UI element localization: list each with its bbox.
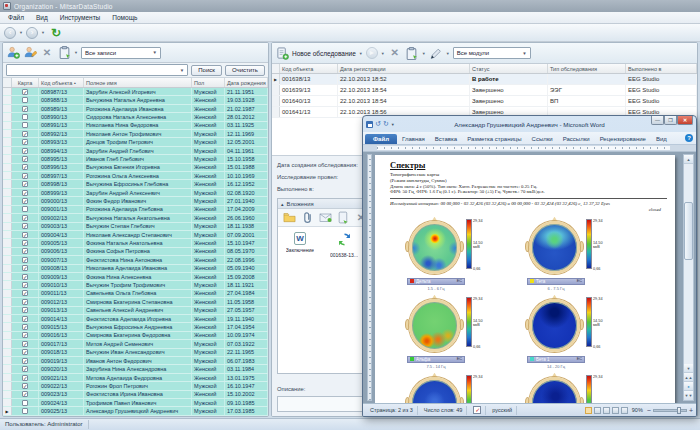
new-examination-button[interactable]: Новое обследование xyxy=(292,50,356,57)
patient-row[interactable]: 008991/13 Николаева Нина Федоровна Женск… xyxy=(3,122,268,130)
column-header-exam-code[interactable]: Код объекта xyxy=(280,64,338,73)
card-checkbox[interactable]: ✓ xyxy=(22,240,28,246)
patient-row[interactable]: ✓ 009014/13 Феоктистова Аделаида Игоревн… xyxy=(3,315,268,323)
patient-search-input[interactable]: ▼ xyxy=(6,64,188,76)
patient-row[interactable]: 009001/13 Рогожина Аделаида Глебовна Жен… xyxy=(3,206,268,214)
search-button[interactable]: Поиск xyxy=(191,65,222,76)
page-indicator[interactable]: Страница: 2 из 3 xyxy=(366,406,418,415)
card-checkbox[interactable] xyxy=(22,114,28,120)
exam-row[interactable]: 001639/13 22.10.2013 18:54 Завершено ЭЭГ… xyxy=(272,85,697,96)
patient-row[interactable]: ✓ 009018/13 Вычужин Иван Александрович М… xyxy=(3,349,268,357)
card-checkbox[interactable]: ✓ xyxy=(22,223,28,229)
card-checkbox[interactable]: ✓ xyxy=(22,274,28,280)
card-checkbox[interactable]: ✓ xyxy=(22,299,28,305)
card-checkbox[interactable]: ✓ xyxy=(22,131,28,137)
patient-card-dropdown-icon[interactable]: ▼ xyxy=(74,50,78,55)
card-checkbox[interactable]: ✓ xyxy=(22,383,28,389)
refresh-icon[interactable]: ↻ xyxy=(51,27,61,39)
patient-row[interactable]: ✓ 009016/13 Смирнова Екатерина Федоровна… xyxy=(3,332,268,340)
patient-row[interactable]: ▶ 009025/13 Александр Грушевицкий Андрее… xyxy=(3,407,268,415)
card-checkbox[interactable]: ✓ xyxy=(22,173,28,179)
patient-row[interactable]: ✓ 009002/13 Вычужина Наталья Анатольевна… xyxy=(3,214,268,222)
menu-view[interactable]: Вид xyxy=(30,14,54,21)
word-title-bar[interactable]: Александр Грушевицкий Андреевич - Micros… xyxy=(363,116,696,132)
card-checkbox[interactable]: ✓ xyxy=(22,349,28,355)
open-folder-icon[interactable] xyxy=(282,211,296,225)
card-checkbox[interactable]: ✓ xyxy=(22,190,28,196)
card-checkbox[interactable]: ✓ xyxy=(22,307,28,313)
tab-insert[interactable]: Вставка xyxy=(430,134,462,144)
patient-row[interactable]: 008990/13 Сидорова Наталья Алексеевна Же… xyxy=(3,113,268,121)
patient-row[interactable]: ✓ 009020/13 Зарубина Нина Александровна … xyxy=(3,365,268,373)
card-checkbox[interactable]: ✓ xyxy=(22,391,28,397)
scrollbar-thumb[interactable] xyxy=(684,202,693,260)
patient-row[interactable]: ✓ 009004/13 Николаев Александр Степанови… xyxy=(3,231,268,239)
menu-tools[interactable]: Инструменты xyxy=(54,14,107,21)
view-web-layout-icon[interactable] xyxy=(603,407,610,414)
scroll-up-icon[interactable]: ▲ xyxy=(684,155,693,164)
forward-button[interactable]: › xyxy=(26,27,38,39)
patient-row[interactable]: ✓ 009000/13 Фокин Федор Иванович Мужской… xyxy=(3,197,268,205)
card-checkbox[interactable]: ✓ xyxy=(22,282,28,288)
patient-row[interactable]: ✓ 009019/13 Иванов Антон Федорович Мужск… xyxy=(3,357,268,365)
help-icon[interactable]: ? xyxy=(685,134,693,142)
column-header-code[interactable]: Код объекта ▴ xyxy=(39,78,84,87)
card-checkbox[interactable]: ✓ xyxy=(22,332,28,338)
zoom-in-icon[interactable]: + xyxy=(689,407,693,414)
column-header-exam-type[interactable]: Тип обследования xyxy=(548,64,626,73)
card-checkbox[interactable]: ✓ xyxy=(22,248,28,254)
view-draft-icon[interactable] xyxy=(621,407,628,414)
exam-row[interactable]: ▶ 001638/13 22.10.2013 18:52 В работе EE… xyxy=(272,74,697,85)
column-header-name[interactable]: Полное имя xyxy=(84,78,192,87)
card-checkbox[interactable]: ✓ xyxy=(22,366,28,372)
report-dropdown-icon[interactable]: ▼ xyxy=(446,51,450,56)
card-checkbox[interactable]: ✓ xyxy=(22,358,28,364)
tab-mailings[interactable]: Рассылки xyxy=(558,134,595,144)
patient-row[interactable]: ✓ 008992/13 Николаев Антон Трофимович Му… xyxy=(3,130,268,138)
restore-button[interactable]: ❐ xyxy=(664,116,677,125)
tab-references[interactable]: Ссылки xyxy=(527,134,558,144)
delete-patient-icon[interactable]: ✕ xyxy=(40,46,54,60)
card-checkbox[interactable]: ✓ xyxy=(22,139,28,145)
back-dropdown-icon[interactable]: ▼ xyxy=(19,30,23,35)
scroll-down-icon[interactable]: ▼ xyxy=(684,364,693,373)
patient-row[interactable]: ✓ 008997/13 Рогожина Ольга Алексеевна Же… xyxy=(3,172,268,180)
patient-row[interactable]: ✓ 009006/13 Фокина Софья Петровна Женски… xyxy=(3,248,268,256)
vertical-scrollbar[interactable]: ▲ ▼ ▲▲ ● ▼▼ xyxy=(683,154,694,401)
card-checkbox[interactable]: ✓ xyxy=(22,198,28,204)
patient-row[interactable]: ✓ 009009/13 Фокина Нина Алексеевна Женск… xyxy=(3,273,268,281)
attachment-item[interactable]: 001638-13... xyxy=(326,232,362,258)
card-checkbox[interactable] xyxy=(22,97,28,103)
patient-row[interactable]: ✓ 009023/13 Феоктистова Ирина Ивановна Ж… xyxy=(3,391,268,399)
patient-row[interactable]: 008988/13 Вычужина Наталья Андреевна Жен… xyxy=(3,96,268,104)
patient-row[interactable]: ✓ 008989/13 Рогожина Аделаида Ивановна Ж… xyxy=(3,105,268,113)
view-fullscreen-icon[interactable] xyxy=(594,407,601,414)
patient-row[interactable]: ✓ 008998/13 Вычужина Ефросинья Глебовна … xyxy=(3,180,268,188)
vertical-ruler[interactable] xyxy=(367,154,372,401)
patient-row[interactable]: ✓ 009011/13 Савельева Ольга Глебовна Жен… xyxy=(3,290,268,298)
card-checkbox[interactable] xyxy=(22,408,28,414)
column-header-dob[interactable]: Дата рождения xyxy=(225,78,268,87)
patient-row[interactable]: ✓ 009013/13 Савельев Алексей Андреевич М… xyxy=(3,307,268,315)
patient-row[interactable]: ✓ 009007/13 Феоктистова Нина Антоновна Ж… xyxy=(3,256,268,264)
previous-page-icon[interactable]: ▲▲ xyxy=(684,373,693,382)
view-print-layout-icon[interactable] xyxy=(585,407,592,414)
close-button[interactable]: ✕ xyxy=(677,116,693,125)
patient-row[interactable]: ✓ 008987/13 Зарубин Алексей Игоревич Муж… xyxy=(3,88,268,96)
card-checkbox[interactable] xyxy=(22,122,28,128)
patient-row[interactable]: 009024/13 Трофимов Павел Иванович Мужско… xyxy=(3,399,268,407)
card-checkbox[interactable]: ✓ xyxy=(22,215,28,221)
modules-filter-combo[interactable]: Все модули ▼ xyxy=(453,47,531,59)
column-header-exam-date[interactable]: Дата регистрации xyxy=(338,64,470,73)
tab-review[interactable]: Рецензирование xyxy=(595,134,651,144)
document-page[interactable]: Спектры Топографические карты (Режим амп… xyxy=(375,155,675,403)
add-patient-icon[interactable] xyxy=(6,46,20,60)
card-checkbox[interactable]: ✓ xyxy=(22,257,28,263)
next-page-icon[interactable]: ▼▼ xyxy=(684,391,693,400)
word-count[interactable]: Число слов: 49 xyxy=(420,406,468,415)
language-indicator[interactable]: русский xyxy=(488,406,517,415)
card-checkbox[interactable] xyxy=(22,400,28,406)
attachment-item[interactable]: W Заключение xyxy=(282,232,318,253)
open-exam-button[interactable]: ▸ xyxy=(366,47,378,59)
zoom-out-icon[interactable]: − xyxy=(647,407,651,414)
